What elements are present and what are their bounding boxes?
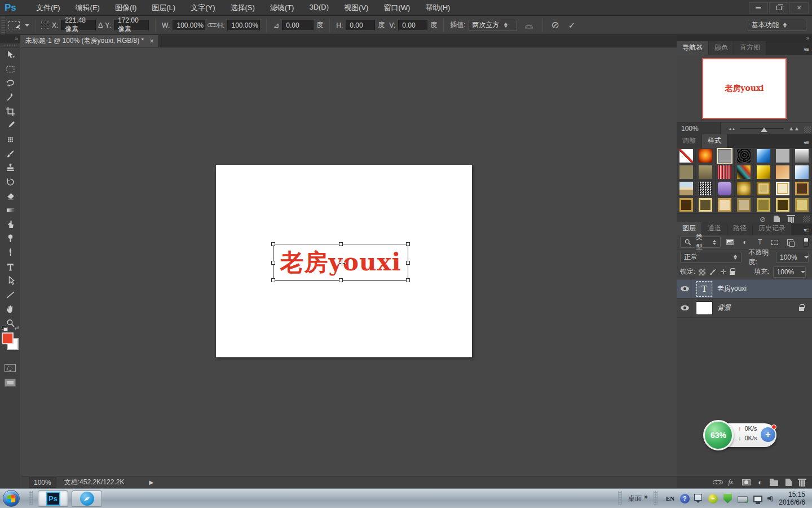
tool-button[interactable]	[0, 260, 20, 274]
workspace-switcher[interactable]: 基本功能	[748, 20, 806, 31]
menu-item[interactable]: 文件(F)	[36, 3, 60, 13]
tool-button[interactable]	[0, 76, 20, 90]
cancel-transform-button[interactable]: ⊘	[551, 19, 559, 31]
commit-transform-button[interactable]: ✓	[568, 20, 576, 30]
tool-button[interactable]	[0, 147, 20, 161]
document-tab[interactable]: 未标题-1 @ 100% (老房youxi, RGB/8) * ×	[21, 35, 159, 47]
tab-paths[interactable]: 路径	[727, 222, 752, 235]
filter-type-icon[interactable]: T	[754, 238, 766, 247]
tool-button[interactable]	[0, 119, 20, 133]
interpolation-dropdown[interactable]: 两次立方	[469, 20, 517, 31]
style-swatch[interactable]	[679, 149, 693, 163]
panel-resize-grip[interactable]	[804, 126, 811, 133]
angle-input[interactable]: 0.00	[282, 20, 314, 31]
taskbar-grip[interactable]	[29, 491, 34, 506]
tab-history[interactable]: 历史记录	[753, 222, 791, 235]
menu-item[interactable]: 窗口(W)	[383, 3, 410, 13]
tool-button[interactable]	[0, 274, 20, 288]
tool-button[interactable]	[0, 90, 20, 104]
tab-histogram[interactable]: 直方图	[734, 41, 766, 55]
filter-toggle-switch[interactable]	[804, 238, 809, 247]
y-input[interactable]: 172.00 像素	[114, 20, 149, 31]
link-layers-icon[interactable]	[713, 480, 721, 484]
tool-button[interactable]	[0, 175, 20, 189]
style-swatch[interactable]	[776, 198, 789, 212]
canvas[interactable]: 老房youxi	[216, 165, 472, 357]
style-swatch[interactable]	[776, 165, 789, 179]
swap-colors-icon[interactable]: ⇄	[15, 325, 19, 331]
foreground-color-swatch[interactable]	[2, 332, 14, 344]
browser-taskbar-button[interactable]	[72, 491, 102, 507]
taskbar-clock[interactable]: 15:15 2016/6/6	[779, 491, 805, 506]
layer-row-background[interactable]: 背景	[677, 299, 812, 318]
link-dimensions-icon[interactable]	[208, 23, 215, 27]
style-swatch[interactable]	[699, 198, 712, 212]
language-help-icon[interactable]: ?	[680, 494, 690, 503]
tool-button[interactable]	[0, 231, 20, 246]
style-swatch[interactable]	[757, 149, 770, 163]
tool-button[interactable]	[0, 217, 20, 231]
tab-color[interactable]: 颜色	[709, 41, 734, 55]
tab-styles[interactable]: 样式	[702, 134, 727, 148]
taskbar-grip[interactable]	[618, 491, 624, 506]
language-indicator[interactable]: EN	[666, 495, 674, 502]
tool-button[interactable]	[0, 288, 20, 302]
tray-shield-icon[interactable]	[723, 494, 732, 503]
transform-handle[interactable]	[406, 242, 410, 246]
style-swatch[interactable]	[795, 198, 809, 212]
h-skew-input[interactable]: 0.00	[346, 20, 375, 31]
transform-handle[interactable]	[339, 278, 343, 282]
tool-button[interactable]	[0, 62, 20, 76]
tray-volume-icon[interactable]	[767, 496, 771, 501]
style-swatch[interactable]	[699, 165, 712, 179]
taskbar-grip[interactable]	[654, 491, 659, 506]
visibility-eye-icon[interactable]	[681, 305, 689, 310]
panel-menu-icon[interactable]: ▾≡	[800, 225, 812, 235]
style-swatch[interactable]	[737, 182, 751, 195]
delete-layer-icon[interactable]	[799, 480, 805, 487]
menu-item[interactable]: 图像(I)	[115, 3, 136, 13]
v-skew-input[interactable]: 0.00	[398, 20, 427, 31]
quick-mask-button[interactable]	[5, 364, 16, 372]
style-swatch[interactable]	[795, 165, 809, 179]
transform-handle[interactable]	[271, 261, 275, 265]
adjustment-layer-icon[interactable]: ◐	[758, 478, 762, 487]
speed-ball-widget[interactable]: ↑ 0K/s ↓ 0K/s + 63%	[703, 420, 778, 450]
screen-mode-button[interactable]	[5, 379, 16, 387]
tray-security-orb-icon[interactable]: +	[708, 494, 718, 503]
photoshop-taskbar-button[interactable]: Ps	[38, 491, 68, 507]
filter-shape-icon[interactable]	[769, 238, 781, 247]
transform-handle[interactable]	[406, 261, 410, 265]
tray-hardware-ok-icon[interactable]	[738, 496, 748, 503]
default-colors-icon[interactable]	[2, 326, 7, 331]
transform-handle[interactable]	[406, 278, 410, 282]
tray-network-icon[interactable]	[753, 496, 762, 502]
tool-preset-dropdown-icon[interactable]	[25, 24, 29, 29]
style-swatch[interactable]	[757, 182, 770, 195]
relative-position-icon[interactable]: ∆	[98, 21, 103, 29]
width-input[interactable]: 100.00%	[173, 20, 205, 31]
tool-button[interactable]	[0, 48, 20, 62]
panel-menu-icon[interactable]: ▾≡	[800, 137, 812, 148]
layer-name[interactable]: 背景	[717, 303, 731, 313]
navigator-zoom-slider[interactable]	[740, 128, 784, 129]
style-swatch[interactable]	[679, 198, 693, 212]
minimize-button[interactable]	[749, 2, 768, 14]
style-swatch[interactable]	[718, 149, 731, 163]
tab-adjustments[interactable]: 调整	[677, 134, 701, 148]
filter-image-icon[interactable]	[724, 238, 736, 247]
menu-item[interactable]: 滤镜(T)	[270, 3, 294, 13]
menu-item[interactable]: 帮助(H)	[425, 3, 450, 13]
layer-name[interactable]: 老房youxi	[717, 284, 747, 294]
navigator-preview[interactable]: 老房youxi	[702, 58, 787, 119]
transform-handle[interactable]	[271, 242, 275, 246]
add-mask-icon[interactable]	[742, 479, 751, 485]
status-options-arrow-icon[interactable]: ▶	[149, 479, 153, 485]
lock-all-icon[interactable]	[730, 271, 735, 275]
layer-filter-dropdown[interactable]: 类型	[680, 237, 721, 248]
desktop-chevron-icon[interactable]: »	[644, 493, 648, 501]
opacity-dropdown[interactable]: 100%	[776, 252, 809, 263]
transform-handle[interactable]	[271, 278, 275, 282]
desktop-toolbar-label[interactable]: 桌面	[628, 494, 642, 503]
layer-style-fx-icon[interactable]: fx.	[728, 478, 735, 487]
